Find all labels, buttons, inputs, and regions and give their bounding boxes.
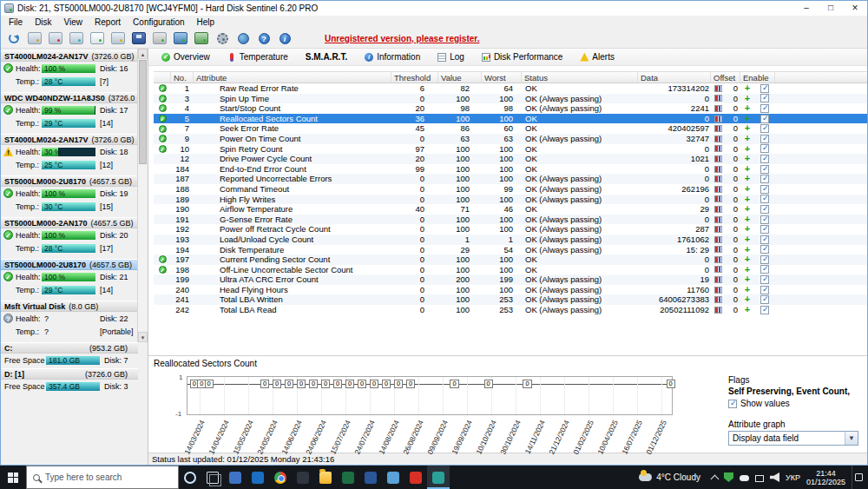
increase-offset-icon[interactable]: + (740, 134, 754, 144)
enable-checkbox[interactable] (760, 275, 769, 284)
smart-attribute-row[interactable]: 241Total LBA Written0100253OK (Always pa… (154, 294, 867, 305)
smart-attribute-row[interactable]: ✓1Raw Read Error Rate68264OK1733142020+ (154, 83, 867, 94)
smart-attribute-row[interactable]: 194Disk Temperature02954OK (Always passi… (154, 245, 867, 255)
smart-attribute-row[interactable]: ✓9Power On Time Count06363OK (Always pas… (154, 134, 867, 144)
minimize-button[interactable] (794, 1, 819, 16)
disk-list-item[interactable]: ST5000LM000-2U8170(4657.5 GB)✓Health:100… (1, 257, 138, 299)
offset-value[interactable]: 0 (725, 184, 740, 195)
enable-checkbox[interactable] (760, 84, 769, 93)
taskbar-search[interactable]: Type here to search (26, 466, 179, 489)
offset-value[interactable]: 0 (725, 294, 740, 305)
column-header-offset[interactable]: Offset (711, 72, 740, 83)
info-icon[interactable] (274, 30, 295, 48)
notification-center-button[interactable] (852, 466, 865, 489)
increase-offset-icon[interactable]: + (740, 184, 754, 195)
folder-taskbar-button[interactable] (314, 466, 337, 489)
offset-value[interactable]: 0 (725, 144, 740, 155)
disk-report-icon[interactable] (87, 30, 108, 48)
increase-offset-icon[interactable]: + (740, 94, 754, 104)
smart-attribute-row[interactable]: 242Total LBA Read0100253OK (Always passi… (154, 305, 867, 315)
offset-value[interactable]: 0 (725, 103, 740, 114)
enable-checkbox[interactable] (760, 235, 769, 244)
enable-checkbox[interactable] (760, 265, 769, 274)
register-link[interactable]: Unregistered version, please register. (325, 34, 479, 43)
increase-offset-icon[interactable]: + (740, 235, 754, 245)
increase-offset-icon[interactable]: + (740, 144, 754, 155)
volume-list-item[interactable]: C:(953.2 GB)Free Space181.0 GBDisk: 7 (1, 340, 138, 367)
tab-log[interactable]: Log (430, 50, 472, 63)
column-header-attribute[interactable]: Attribute (194, 72, 391, 83)
enable-checkbox[interactable] (760, 175, 769, 183)
settings-gear-icon[interactable] (212, 30, 233, 48)
offset-value[interactable]: 0 (725, 164, 740, 175)
smart-attribute-row[interactable]: 188Command Timeout010099OK (Always passi… (154, 184, 867, 195)
offset-value[interactable]: 0 (725, 254, 740, 265)
offset-value[interactable]: 0 (725, 235, 740, 245)
photos-taskbar-button[interactable] (382, 466, 404, 489)
disk-surface-test-icon[interactable] (45, 30, 66, 48)
enable-checkbox[interactable] (760, 144, 769, 153)
task-view-taskbar-button[interactable] (201, 466, 224, 489)
shield-icon[interactable] (724, 472, 733, 482)
column-header-threshold[interactable]: Threshold (391, 72, 438, 83)
disk-list-item[interactable]: ST4000LM024-2AN17V(3726.0 GB)✓Health:100… (1, 49, 138, 90)
close-button[interactable] (843, 1, 867, 16)
smart-attribute-row[interactable]: 190Airflow Temperature407146OK290+ (154, 204, 867, 215)
sidebar-scrollbar[interactable]: ▲ ▼ (137, 49, 148, 342)
enable-checkbox[interactable] (760, 155, 769, 163)
menu-item-file[interactable]: File (3, 17, 29, 28)
enable-checkbox[interactable] (760, 205, 769, 214)
smart-attribute-row[interactable]: 187Reported Uncorrectable Errors0100100O… (154, 174, 867, 184)
increase-offset-icon[interactable]: + (740, 265, 754, 275)
world-icon[interactable] (233, 30, 253, 48)
offset-value[interactable]: 0 (725, 94, 740, 104)
smart-attribute-row[interactable]: 191G-Sense Error Rate0100100OK (Always p… (154, 215, 867, 225)
volume-list-item[interactable]: D: [1](3726.0 GB)Free Space357.4 GBDisk:… (1, 367, 138, 393)
offset-value[interactable]: 0 (725, 83, 740, 94)
enable-checkbox[interactable] (760, 215, 769, 224)
offset-value[interactable]: 0 (725, 245, 740, 255)
enable-checkbox[interactable] (760, 245, 769, 254)
increase-offset-icon[interactable]: + (740, 245, 754, 255)
offset-value[interactable]: 0 (725, 154, 740, 164)
menu-item-view[interactable]: View (58, 17, 89, 28)
smart-attribute-row[interactable]: 184End-to-End Error Count99100100OK00+ (154, 164, 867, 175)
tab-temperature[interactable]: Temperature (220, 50, 296, 63)
enable-checkbox[interactable] (760, 94, 769, 102)
disk-health-icon[interactable] (66, 30, 87, 48)
column-header-data[interactable]: Data (638, 72, 711, 83)
edge-taskbar-button[interactable] (247, 466, 269, 489)
ethernet-icon[interactable] (755, 475, 764, 482)
disk-alert-icon[interactable] (108, 30, 128, 48)
network-icon[interactable] (191, 30, 212, 48)
smart-attribute-row[interactable]: ✓3Spin Up Time0100100OK (Always passing)… (154, 94, 867, 104)
offset-value[interactable]: 0 (725, 123, 740, 134)
offset-value[interactable]: 0 (725, 195, 740, 205)
cortana-taskbar-button[interactable] (179, 466, 201, 489)
increase-offset-icon[interactable]: + (740, 114, 754, 124)
menu-item-report[interactable]: Report (89, 17, 127, 28)
smart-attribute-row[interactable]: 240Head Flying Hours0100100OK (Always pa… (154, 285, 867, 295)
column-header-status[interactable]: Status (522, 72, 638, 83)
offset-value[interactable]: 0 (725, 305, 740, 315)
enable-checkbox[interactable] (760, 124, 769, 133)
increase-offset-icon[interactable]: + (740, 123, 754, 134)
disk-list-item[interactable]: ST5000LM000-2AN170(4657.5 GB)✓Health:100… (1, 215, 138, 257)
disk-list-item[interactable]: ST5000LM000-2U8170(4657.5 GB)✓Health:100… (1, 174, 138, 215)
excel-taskbar-button[interactable] (337, 466, 359, 489)
increase-offset-icon[interactable]: + (740, 224, 754, 235)
smart-attribute-row[interactable]: ✓7Seek Error Rate458660OK4204025970+ (154, 123, 867, 134)
offset-value[interactable]: 0 (725, 174, 740, 184)
cloud-icon[interactable] (740, 475, 749, 481)
chevron-up-icon[interactable] (711, 474, 720, 483)
increase-offset-icon[interactable]: + (740, 274, 754, 285)
help-icon[interactable] (253, 30, 274, 48)
refresh-icon[interactable] (3, 30, 24, 48)
enable-checkbox[interactable] (760, 185, 769, 194)
increase-offset-icon[interactable]: + (740, 294, 754, 305)
column-header-value[interactable]: Value (438, 72, 482, 83)
column-header-enable[interactable]: Enable (740, 72, 775, 83)
enable-checkbox[interactable] (760, 306, 769, 314)
volume-icon[interactable] (770, 472, 779, 482)
increase-offset-icon[interactable]: + (740, 174, 754, 184)
